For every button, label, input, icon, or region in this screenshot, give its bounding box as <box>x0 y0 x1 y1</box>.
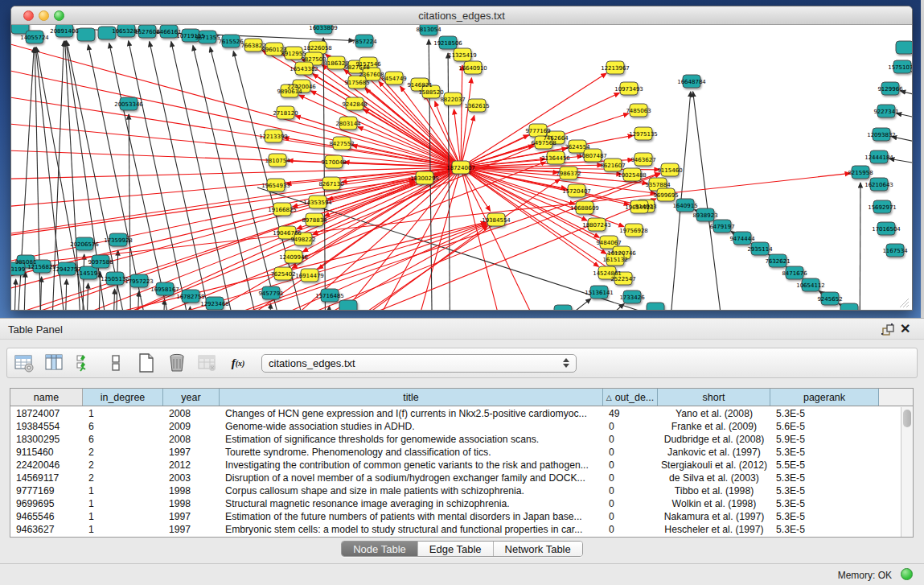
graph-node-label: 14353594 <box>303 200 332 206</box>
table-row[interactable]: 946554611997Estimation of the future num… <box>10 510 901 523</box>
graph-node-label: 2935114 <box>747 246 773 253</box>
graph-node-label: 12213967 <box>601 65 630 72</box>
table-cell: 0 <box>603 447 658 458</box>
table-cell: Estimation of the future numbers of pati… <box>220 511 603 522</box>
black-edge[interactable] <box>187 307 190 311</box>
close-panel-icon[interactable]: ✕ <box>900 321 914 336</box>
black-edge[interactable] <box>150 42 224 311</box>
black-edge[interactable] <box>85 283 88 311</box>
delete-table-disabled-icon[interactable] <box>197 352 218 373</box>
red-edge[interactable] <box>461 65 462 167</box>
column-header-out_de[interactable]: △out_de... <box>603 389 658 406</box>
new-column-icon[interactable] <box>136 352 157 373</box>
table-row[interactable]: 1938455462009Genome-wide association stu… <box>10 420 901 433</box>
graph-node-label: 2522547 <box>610 276 635 282</box>
black-edge[interactable] <box>112 289 115 311</box>
graph-node-teal[interactable] <box>339 300 357 311</box>
table-cell: 9777169 <box>10 485 83 496</box>
graph-node-label: 7625402 <box>270 271 295 278</box>
table-cell: 1998 <box>163 498 220 509</box>
table-cell: 5.3E-5 <box>770 511 879 522</box>
graph-node-label: 9175685 <box>344 80 369 86</box>
graph-node-label: 9474444 <box>729 236 755 242</box>
table-cell: 5.3E-5 <box>770 498 879 509</box>
black-edge[interactable] <box>693 92 729 311</box>
black-edge[interactable] <box>81 254 84 311</box>
tab-edge-table[interactable]: Edge Table <box>418 542 494 556</box>
graph-node-label: 9484067 <box>596 240 621 246</box>
graph-node-teal[interactable] <box>840 303 858 311</box>
black-edge[interactable] <box>64 279 67 311</box>
table-row[interactable]: 911546021997Tourette syndrome. Phenomeno… <box>10 446 901 459</box>
node-table: namein_degreeyeartitle△out_de...shortpag… <box>10 388 914 538</box>
table-cell: 2012 <box>163 459 220 471</box>
black-edge[interactable] <box>23 272 26 311</box>
table-settings-icon[interactable] <box>14 352 35 373</box>
graph-node-label: 2803144 <box>335 121 361 127</box>
function-builder-icon[interactable]: f(x) <box>228 352 248 373</box>
select-columns-icon[interactable] <box>75 352 96 373</box>
network-canvas[interactable]: 8960123891295518226058982750316543382818… <box>11 25 912 311</box>
column-visibility-icon[interactable] <box>44 352 65 373</box>
graph-node-label: 8471676 <box>782 270 807 277</box>
table-scrollbar[interactable] <box>901 407 913 537</box>
graph-node-label: 1362615 <box>464 103 489 109</box>
graph-node-label: 17359928 <box>104 237 133 244</box>
table-cell: Embryonic stem cells: a model to study s… <box>220 524 603 535</box>
red-edge[interactable] <box>11 167 461 237</box>
black-edge[interactable] <box>109 43 182 311</box>
memory-ok-icon[interactable] <box>901 568 913 580</box>
black-edge[interactable] <box>13 279 16 311</box>
graph-node-teal[interactable] <box>896 41 912 54</box>
graph-node-teal[interactable] <box>647 303 664 311</box>
table-row[interactable]: 1830029562008Estimation of significance … <box>10 433 901 446</box>
red-edge[interactable] <box>461 78 471 167</box>
black-edge[interactable] <box>171 42 246 311</box>
graph-node-label: 7663822 <box>240 43 265 49</box>
table-scrollbar-thumb[interactable] <box>903 410 911 427</box>
delete-column-icon[interactable] <box>166 352 187 373</box>
black-edge[interactable] <box>860 183 860 311</box>
table-row[interactable]: 969969511998Structural magnetic resonanc… <box>10 497 901 510</box>
table-cell: 5.6E-5 <box>770 421 879 432</box>
table-tabbar: Node Table Edge Table Network Table <box>0 541 924 565</box>
table-cell: 18300295 <box>10 434 83 445</box>
window-titlebar[interactable]: citations_edges.txt <box>11 6 912 25</box>
table-cell: 0 <box>603 485 658 496</box>
table-row[interactable]: 2242004622012Investigating the contribut… <box>10 459 901 472</box>
tab-network-table[interactable]: Network Table <box>494 542 582 556</box>
table-mode-icon[interactable] <box>105 352 126 373</box>
window-resize-grip[interactable] <box>899 298 910 308</box>
table-cell: 2003 <box>163 472 220 484</box>
table-cell: Tourette syndrome. Phenomenology and cla… <box>220 447 603 458</box>
graph-node-label: 18226058 <box>303 45 332 51</box>
tab-node-table[interactable]: Node Table <box>342 542 418 556</box>
graph-node-teal[interactable] <box>77 28 95 41</box>
graph-node-teal[interactable] <box>554 305 572 311</box>
black-edge[interactable] <box>515 299 591 311</box>
column-header-pagerank[interactable]: pagerank <box>770 389 879 406</box>
table-row[interactable]: 946362711997Embryonic stem cells: a mode… <box>10 523 901 536</box>
graph-node-label: 18300295 <box>410 175 439 182</box>
table-cell: Disruption of a novel member of a sodium… <box>220 472 603 484</box>
column-header-in_degree[interactable]: in_degree <box>83 389 163 406</box>
table-selector-dropdown[interactable]: citations_edges.txt <box>261 354 577 373</box>
graph-node-label: 3624554 <box>565 144 590 150</box>
graph-node-label: 9827503 <box>301 56 326 63</box>
graph-node-label: 19654923 <box>625 204 654 211</box>
table-row[interactable]: 1872400712008Changes of HCN gene express… <box>10 407 901 420</box>
table-row[interactable]: 1456911722003Disruption of a novel membe… <box>10 472 901 484</box>
red-edge[interactable] <box>461 167 515 311</box>
column-header-title[interactable]: title <box>220 389 603 406</box>
float-panel-icon[interactable] <box>881 323 895 337</box>
column-header-name[interactable]: name <box>10 389 83 406</box>
graph-node-label: 19654933 <box>261 183 290 189</box>
graph-node-label: 19046766 <box>273 230 302 237</box>
column-header-short[interactable]: short <box>658 389 770 406</box>
column-header-year[interactable]: year <box>163 389 220 406</box>
table-row[interactable]: 977716911998Corpus callosum shape and si… <box>10 484 901 497</box>
table-cell: 0 <box>603 421 658 432</box>
graph-node-label: 20206576 <box>70 241 99 248</box>
graph-node-label: 15136141 <box>585 290 614 296</box>
graph-node-label: 6497568 <box>531 140 556 146</box>
